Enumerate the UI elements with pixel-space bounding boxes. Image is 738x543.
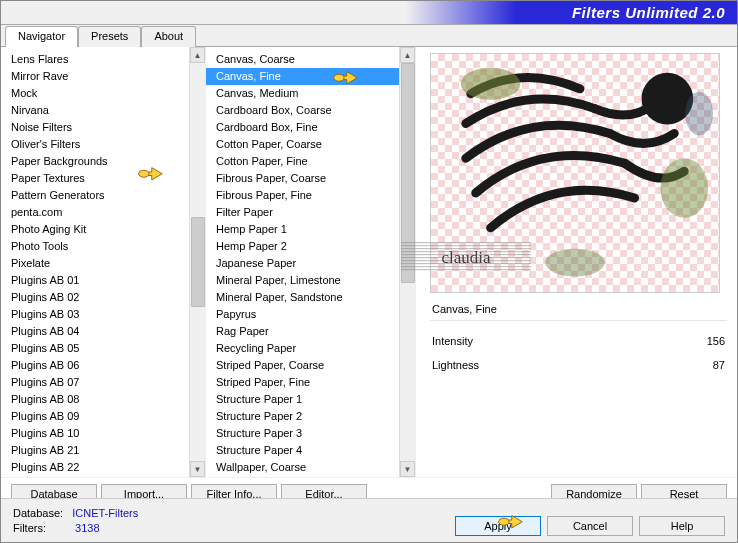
list-item[interactable]: Mock: [1, 85, 189, 102]
list-item[interactable]: Recycling Paper: [206, 340, 399, 357]
list-item[interactable]: Fibrous Paper, Fine: [206, 187, 399, 204]
list-item[interactable]: Plugins AB 10: [1, 425, 189, 442]
list-item[interactable]: Paper Backgrounds: [1, 153, 189, 170]
param-label: Intensity: [432, 335, 473, 347]
list-item[interactable]: Plugins AB 01: [1, 272, 189, 289]
list-item[interactable]: Plugins AB 03: [1, 306, 189, 323]
list-item[interactable]: Fibrous Paper, Coarse: [206, 170, 399, 187]
list-item[interactable]: Hemp Paper 2: [206, 238, 399, 255]
list-item[interactable]: Canvas, Coarse: [206, 51, 399, 68]
svg-point-3: [545, 249, 605, 277]
list-item[interactable]: Structure Paper 3: [206, 425, 399, 442]
param-intensity[interactable]: Intensity 156: [430, 329, 727, 353]
list-item[interactable]: Cotton Paper, Fine: [206, 153, 399, 170]
footer-buttons: Apply Cancel Help: [455, 516, 725, 536]
list-item[interactable]: Oliver's Filters: [1, 136, 189, 153]
list-item[interactable]: Plugins AB 05: [1, 340, 189, 357]
param-label: Lightness: [432, 359, 479, 371]
scroll-up-icon[interactable]: ▲: [190, 47, 205, 63]
list-item[interactable]: Striped Paper, Coarse: [206, 357, 399, 374]
filter-scrollbar[interactable]: ▲ ▼: [399, 47, 415, 477]
list-item[interactable]: Cotton Paper, Coarse: [206, 136, 399, 153]
category-list[interactable]: Lens FlaresMirror RaveMockNirvanaNoise F…: [1, 47, 205, 477]
list-item[interactable]: Structure Paper 1: [206, 391, 399, 408]
filter-list[interactable]: Canvas, CoarseCanvas, FineCanvas, Medium…: [206, 47, 415, 477]
list-item[interactable]: Nirvana: [1, 102, 189, 119]
list-item[interactable]: Plugins AB 07: [1, 374, 189, 391]
list-item[interactable]: Plugins AB 22: [1, 459, 189, 476]
svg-point-1: [461, 68, 521, 100]
list-item[interactable]: Cardboard Box, Fine: [206, 119, 399, 136]
scroll-down-icon[interactable]: ▼: [190, 461, 205, 477]
list-item[interactable]: Structure Paper 2: [206, 408, 399, 425]
list-item[interactable]: Photo Aging Kit: [1, 221, 189, 238]
param-value: 156: [707, 335, 725, 347]
status-info: Database: ICNET-Filters Filters: 3138: [13, 506, 138, 536]
scroll-down-icon[interactable]: ▼: [400, 461, 415, 477]
list-item[interactable]: Photo Tools: [1, 238, 189, 255]
list-item[interactable]: Plugins AB 21: [1, 442, 189, 459]
help-button[interactable]: Help: [639, 516, 725, 536]
list-item[interactable]: Cardboard Box, Coarse: [206, 102, 399, 119]
list-item[interactable]: Plugins AB 06: [1, 357, 189, 374]
list-item[interactable]: Structure Paper 4: [206, 442, 399, 459]
list-item[interactable]: Hemp Paper 1: [206, 221, 399, 238]
tab-presets[interactable]: Presets: [78, 26, 141, 47]
tab-about[interactable]: About: [141, 26, 196, 47]
list-item[interactable]: Striped Paper, Fine: [206, 374, 399, 391]
main-panel: Lens FlaresMirror RaveMockNirvanaNoise F…: [1, 47, 737, 477]
list-item[interactable]: Canvas, Fine: [206, 68, 399, 85]
status-bar: Database: ICNET-Filters Filters: 3138 Ap…: [1, 498, 737, 542]
tab-strip: Navigator Presets About: [1, 25, 737, 47]
db-value: ICNET-Filters: [72, 507, 138, 519]
param-lightness[interactable]: Lightness 87: [430, 353, 727, 377]
param-value: 87: [713, 359, 725, 371]
parameter-panel: Intensity 156 Lightness 87: [430, 329, 727, 377]
scroll-up-icon[interactable]: ▲: [400, 47, 415, 63]
list-item[interactable]: Plugins AB 09: [1, 408, 189, 425]
preview-column: Canvas, Fine Intensity 156 Lightness 87: [416, 47, 737, 477]
list-item[interactable]: Japanese Paper: [206, 255, 399, 272]
list-item[interactable]: Mirror Rave: [1, 68, 189, 85]
db-label: Database:: [13, 507, 63, 519]
tab-navigator[interactable]: Navigator: [5, 26, 78, 47]
list-item[interactable]: Plugins AB 04: [1, 323, 189, 340]
list-item[interactable]: Noise Filters: [1, 119, 189, 136]
filter-column: Canvas, CoarseCanvas, FineCanvas, Medium…: [206, 47, 416, 477]
selected-filter-label: Canvas, Fine: [430, 301, 727, 317]
list-item[interactable]: Mineral Paper, Sandstone: [206, 289, 399, 306]
list-item[interactable]: Wallpaper, Coarse: [206, 459, 399, 476]
scrollbar-thumb[interactable]: [191, 217, 205, 307]
list-item[interactable]: Plugins AB 02: [1, 289, 189, 306]
list-item[interactable]: Pattern Generators: [1, 187, 189, 204]
title-bar: Filters Unlimited 2.0: [1, 1, 737, 25]
filters-count-value: 3138: [75, 522, 99, 534]
category-column: Lens FlaresMirror RaveMockNirvanaNoise F…: [1, 47, 206, 477]
svg-point-2: [660, 158, 708, 218]
list-item[interactable]: penta.com: [1, 204, 189, 221]
list-item[interactable]: Canvas, Medium: [206, 85, 399, 102]
preview-image: [430, 53, 720, 293]
list-item[interactable]: Paper Textures: [1, 170, 189, 187]
filters-count-label: Filters:: [13, 522, 46, 534]
category-scrollbar[interactable]: ▲ ▼: [189, 47, 205, 477]
app-title: Filters Unlimited 2.0: [572, 4, 725, 21]
list-item[interactable]: Pixelate: [1, 255, 189, 272]
svg-point-4: [685, 92, 713, 136]
list-item[interactable]: Lens Flares: [1, 51, 189, 68]
list-item[interactable]: Rag Paper: [206, 323, 399, 340]
preview-art: [431, 54, 719, 292]
list-item[interactable]: Papyrus: [206, 306, 399, 323]
list-item[interactable]: Filter Paper: [206, 204, 399, 221]
list-item[interactable]: Plugins AB 08: [1, 391, 189, 408]
separator: [430, 320, 727, 321]
scrollbar-thumb[interactable]: [401, 63, 415, 283]
list-item[interactable]: Mineral Paper, Limestone: [206, 272, 399, 289]
apply-button[interactable]: Apply: [455, 516, 541, 536]
cancel-button[interactable]: Cancel: [547, 516, 633, 536]
